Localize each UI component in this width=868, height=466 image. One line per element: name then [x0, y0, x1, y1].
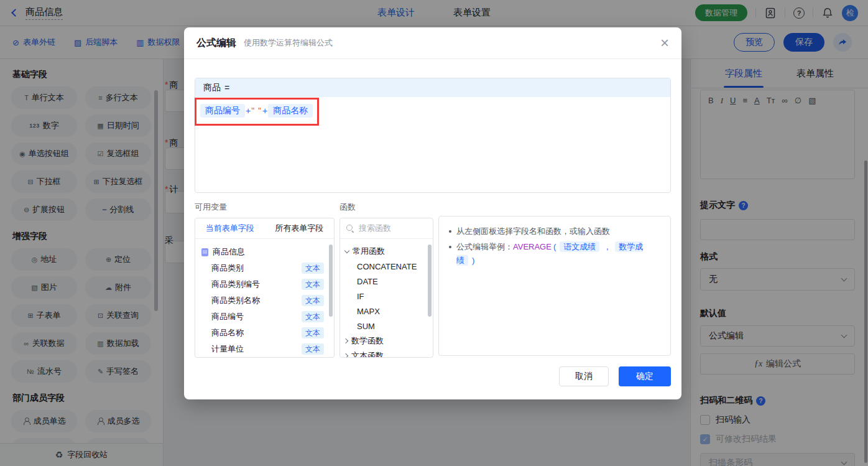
variable-name: 商品类别 [211, 263, 244, 274]
functions-scrollbar[interactable] [428, 245, 432, 317]
close-icon[interactable]: × [660, 35, 669, 50]
chevron-right-icon [343, 353, 348, 358]
function-item-CONCATENATE[interactable]: CONCATENATE [340, 259, 433, 274]
formula-input-area[interactable]: 商品编号+" "+商品名称 [195, 97, 670, 124]
function-group-数学函数[interactable]: 数学函数 [340, 333, 433, 348]
variable-type-tag: 文本 [302, 327, 324, 338]
functions-column: 函数 搜索函数 常用函数CONCATENATEDATEIFMAPXSUM数学函数… [339, 202, 433, 358]
dialog-subtitle: 使用数学运算符编辑公式 [244, 37, 333, 49]
variable-row-商品编号[interactable]: 商品编号文本 [195, 309, 334, 325]
variable-type-tag: 文本 [302, 279, 324, 290]
function-item-SUM[interactable]: SUM [340, 319, 433, 333]
variable-name: 商品类别名称 [211, 295, 260, 306]
variable-row-商品类别名称[interactable]: 商品类别名称文本 [195, 292, 334, 309]
formula-editor: 商品 = 商品编号+" "+商品名称 [195, 78, 671, 193]
functions-label: 函数 [339, 202, 433, 213]
function-item-DATE[interactable]: DATE [340, 274, 433, 289]
function-group-name: 数学函数 [351, 335, 384, 347]
function-item-IF[interactable]: IF [340, 289, 433, 304]
function-group-name: 文本函数 [351, 350, 384, 358]
variables-tab-当前表单字段[interactable]: 当前表单字段 [195, 218, 265, 238]
variables-box: 当前表单字段所有表单字段 商品信息商品类别文本商品类别编号文本商品类别名称文本商… [195, 218, 335, 358]
variables-list: 商品信息商品类别文本商品类别编号文本商品类别名称文本商品编号文本商品名称文本计量… [195, 239, 334, 357]
variable-name: 商品编号 [211, 311, 244, 322]
formula-field-chip[interactable]: 商品名称 [268, 104, 313, 118]
variable-name: 商品类别编号 [211, 279, 260, 290]
variable-name: 商品名称 [211, 327, 244, 338]
dialog-footer: 取消 确定 [559, 366, 671, 386]
variable-name: 计量单位 [211, 343, 244, 355]
example-paren: ( [553, 242, 556, 251]
dialog-title: 公式编辑 [196, 37, 236, 50]
bullet-dot [449, 246, 451, 248]
dialog-panels: 可用变量 当前表单字段所有表单字段 商品信息商品类别文本商品类别编号文本商品类别… [195, 202, 671, 358]
variable-type-tag: 文本 [302, 263, 324, 274]
variables-tabs: 当前表单字段所有表单字段 [195, 218, 334, 239]
variable-row-商品类别[interactable]: 商品类别文本 [195, 260, 334, 276]
operator-token: + [246, 106, 251, 116]
example-function-name: AVERAGE [513, 242, 552, 251]
variables-tab-所有表单字段[interactable]: 所有表单字段 [265, 218, 335, 238]
search-icon [346, 225, 354, 232]
hints-column: . 从左侧面板选择字段名和函数，或输入函数 公式编辑举例：AVERAGE(语文成… [438, 202, 671, 358]
string-token: " " [251, 106, 262, 116]
dialog-header: 公式编辑 使用数学运算符编辑公式 × [184, 27, 681, 59]
search-placeholder: 搜索函数 [359, 223, 391, 234]
variable-type-tag: 文本 [302, 295, 324, 306]
example-paren: ) [472, 256, 474, 265]
function-group-name: 常用函数 [353, 246, 385, 257]
chevron-down-icon [344, 248, 349, 253]
variable-row-商品类别编号[interactable]: 商品类别编号文本 [195, 276, 334, 292]
cancel-button[interactable]: 取消 [559, 366, 609, 386]
variable-type-tag: 文本 [302, 343, 324, 355]
operator-token: + [262, 106, 267, 116]
variables-label: 可用变量 [195, 202, 335, 213]
function-item-MAPX[interactable]: MAPX [340, 304, 433, 319]
chevron-right-icon [343, 338, 348, 343]
hints-box: 从左侧面板选择字段名和函数，或输入函数 公式编辑举例：AVERAGE(语文成绩，… [438, 216, 671, 356]
form-doc-icon [201, 248, 208, 256]
formula-field-chip[interactable]: 商品编号 [200, 104, 245, 118]
variable-type-tag: 文本 [302, 311, 324, 322]
variables-scrollbar[interactable] [329, 245, 333, 317]
example-field-chip[interactable]: 语文成绩 [560, 241, 599, 252]
variable-row-商品名称[interactable]: 商品名称文本 [195, 325, 334, 341]
variables-column: 可用变量 当前表单字段所有表单字段 商品信息商品类别文本商品类别编号文本商品类别… [195, 202, 335, 358]
formula-target-bar: 商品 = [195, 78, 670, 97]
hint-bullet-1: 从左侧面板选择字段名和函数，或输入函数 [449, 225, 660, 238]
formula-target-field: 商品 [203, 82, 221, 93]
example-comma: ， [603, 242, 611, 251]
confirm-button[interactable]: 确定 [619, 366, 671, 386]
variables-group[interactable]: 商品信息 [195, 244, 334, 260]
function-group-常用函数[interactable]: 常用函数 [340, 244, 433, 259]
formula-edit-dialog: 公式编辑 使用数学运算符编辑公式 × 商品 = 商品编号+" "+商品名称 可用… [184, 27, 681, 399]
function-search-input[interactable]: 搜索函数 [340, 218, 433, 239]
formula-expression: 商品编号+" "+商品名称 [200, 104, 665, 118]
variables-group-name: 商品信息 [213, 246, 245, 258]
form-designer-app: 商品信息 表单设计表单设置 数据管理 ? 检 ⊘表单外链▨后端脚本▥数据权限 预… [0, 0, 868, 466]
functions-list: 常用函数CONCATENATEDATEIFMAPXSUM数学函数文本函数 [340, 239, 433, 358]
functions-box: 搜索函数 常用函数CONCATENATEDATEIFMAPXSUM数学函数文本函… [339, 218, 433, 358]
variable-row-计量单位[interactable]: 计量单位文本 [195, 341, 334, 357]
equals-sign: = [224, 83, 229, 93]
bullet-dot [449, 230, 451, 233]
hint-bullet-2: 公式编辑举例：AVERAGE(语文成绩，数学成绩) [449, 240, 660, 268]
function-group-文本函数[interactable]: 文本函数 [340, 348, 433, 358]
